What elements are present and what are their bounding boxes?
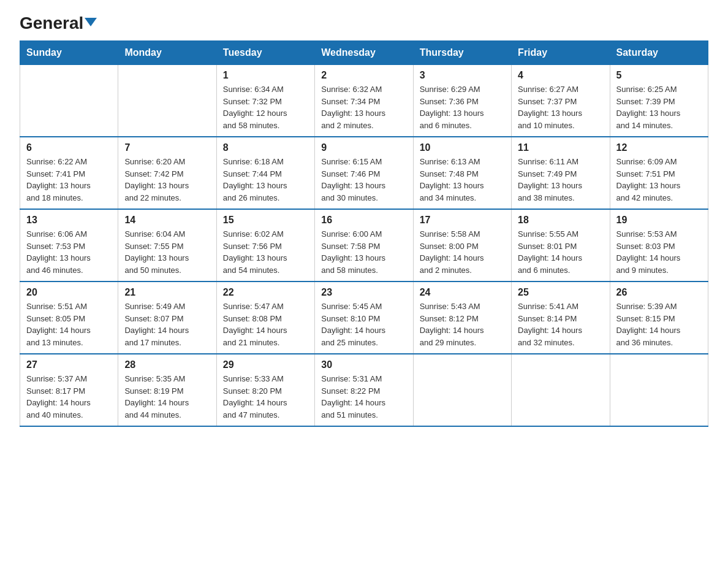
day-info: Sunrise: 5:58 AM Sunset: 8:00 PM Dayligh… [420, 228, 505, 276]
weekday-header-saturday: Saturday [610, 41, 708, 65]
day-number: 26 [616, 287, 702, 298]
calendar-cell: 5Sunrise: 6:25 AM Sunset: 7:39 PM Daylig… [610, 65, 708, 137]
day-info: Sunrise: 6:04 AM Sunset: 7:55 PM Dayligh… [124, 228, 210, 276]
calendar-cell: 8Sunrise: 6:18 AM Sunset: 7:44 PM Daylig… [216, 137, 314, 209]
day-info: Sunrise: 6:02 AM Sunset: 7:56 PM Dayligh… [223, 228, 308, 276]
day-info: Sunrise: 6:06 AM Sunset: 7:53 PM Dayligh… [26, 228, 112, 276]
weekday-header-monday: Monday [118, 41, 216, 65]
calendar-cell [512, 354, 610, 426]
day-number: 29 [223, 359, 308, 370]
weekday-header-wednesday: Wednesday [315, 41, 413, 65]
calendar-cell: 30Sunrise: 5:31 AM Sunset: 8:22 PM Dayli… [315, 354, 413, 426]
day-info: Sunrise: 5:53 AM Sunset: 8:03 PM Dayligh… [616, 228, 702, 276]
calendar-cell: 10Sunrise: 6:13 AM Sunset: 7:48 PM Dayli… [413, 137, 511, 209]
day-info: Sunrise: 5:49 AM Sunset: 8:07 PM Dayligh… [124, 301, 210, 348]
calendar-week-row: 6Sunrise: 6:22 AM Sunset: 7:41 PM Daylig… [20, 137, 708, 209]
weekday-header-friday: Friday [512, 41, 610, 65]
day-info: Sunrise: 6:34 AM Sunset: 7:32 PM Dayligh… [223, 83, 308, 131]
calendar-cell: 9Sunrise: 6:15 AM Sunset: 7:46 PM Daylig… [315, 137, 413, 209]
day-number: 15 [223, 215, 308, 226]
day-info: Sunrise: 6:18 AM Sunset: 7:44 PM Dayligh… [223, 156, 308, 204]
day-number: 27 [26, 359, 112, 370]
calendar-cell: 11Sunrise: 6:11 AM Sunset: 7:49 PM Dayli… [512, 137, 610, 209]
day-info: Sunrise: 6:32 AM Sunset: 7:34 PM Dayligh… [321, 83, 406, 131]
day-info: Sunrise: 6:25 AM Sunset: 7:39 PM Dayligh… [616, 83, 702, 131]
day-info: Sunrise: 5:47 AM Sunset: 8:08 PM Dayligh… [223, 301, 308, 348]
day-info: Sunrise: 5:37 AM Sunset: 8:17 PM Dayligh… [26, 373, 112, 421]
day-number: 22 [223, 287, 308, 298]
calendar-cell: 14Sunrise: 6:04 AM Sunset: 7:55 PM Dayli… [118, 209, 216, 282]
weekday-header-tuesday: Tuesday [216, 41, 314, 65]
calendar-cell: 23Sunrise: 5:45 AM Sunset: 8:10 PM Dayli… [315, 282, 413, 354]
calendar-cell: 27Sunrise: 5:37 AM Sunset: 8:17 PM Dayli… [20, 354, 118, 426]
day-info: Sunrise: 6:20 AM Sunset: 7:42 PM Dayligh… [124, 156, 210, 204]
day-info: Sunrise: 6:29 AM Sunset: 7:36 PM Dayligh… [420, 83, 505, 131]
day-number: 23 [321, 287, 406, 298]
calendar-cell: 6Sunrise: 6:22 AM Sunset: 7:41 PM Daylig… [20, 137, 118, 209]
day-number: 4 [518, 70, 603, 81]
day-info: Sunrise: 5:41 AM Sunset: 8:14 PM Dayligh… [518, 301, 603, 348]
calendar-cell: 19Sunrise: 5:53 AM Sunset: 8:03 PM Dayli… [610, 209, 708, 282]
day-number: 21 [124, 287, 210, 298]
day-number: 24 [420, 287, 505, 298]
day-info: Sunrise: 6:00 AM Sunset: 7:58 PM Dayligh… [321, 228, 406, 276]
calendar-cell: 4Sunrise: 6:27 AM Sunset: 7:37 PM Daylig… [512, 65, 610, 137]
day-info: Sunrise: 5:45 AM Sunset: 8:10 PM Dayligh… [321, 301, 406, 348]
calendar-cell: 20Sunrise: 5:51 AM Sunset: 8:05 PM Dayli… [20, 282, 118, 354]
calendar-cell: 12Sunrise: 6:09 AM Sunset: 7:51 PM Dayli… [610, 137, 708, 209]
day-number: 19 [616, 215, 702, 226]
calendar-cell: 13Sunrise: 6:06 AM Sunset: 7:53 PM Dayli… [20, 209, 118, 282]
day-number: 20 [26, 287, 112, 298]
logo-wordmark: General [20, 15, 97, 32]
day-info: Sunrise: 6:22 AM Sunset: 7:41 PM Dayligh… [26, 156, 112, 204]
calendar-cell: 15Sunrise: 6:02 AM Sunset: 7:56 PM Dayli… [216, 209, 314, 282]
day-info: Sunrise: 5:31 AM Sunset: 8:22 PM Dayligh… [321, 373, 406, 421]
day-info: Sunrise: 6:15 AM Sunset: 7:46 PM Dayligh… [321, 156, 406, 204]
day-number: 14 [124, 215, 210, 226]
calendar-cell: 21Sunrise: 5:49 AM Sunset: 8:07 PM Dayli… [118, 282, 216, 354]
calendar-cell: 18Sunrise: 5:55 AM Sunset: 8:01 PM Dayli… [512, 209, 610, 282]
day-number: 25 [518, 287, 603, 298]
day-number: 30 [321, 359, 406, 370]
calendar-week-row: 13Sunrise: 6:06 AM Sunset: 7:53 PM Dayli… [20, 209, 708, 282]
day-number: 28 [124, 359, 210, 370]
day-info: Sunrise: 6:13 AM Sunset: 7:48 PM Dayligh… [420, 156, 505, 204]
calendar-cell: 26Sunrise: 5:39 AM Sunset: 8:15 PM Dayli… [610, 282, 708, 354]
calendar-cell: 28Sunrise: 5:35 AM Sunset: 8:19 PM Dayli… [118, 354, 216, 426]
calendar-table: SundayMondayTuesdayWednesdayThursdayFrid… [20, 40, 708, 427]
calendar-week-row: 20Sunrise: 5:51 AM Sunset: 8:05 PM Dayli… [20, 282, 708, 354]
calendar-cell [610, 354, 708, 426]
day-number: 9 [321, 142, 406, 153]
weekday-header-sunday: Sunday [20, 41, 118, 65]
calendar-cell: 1Sunrise: 6:34 AM Sunset: 7:32 PM Daylig… [216, 65, 314, 137]
day-info: Sunrise: 5:55 AM Sunset: 8:01 PM Dayligh… [518, 228, 603, 276]
day-info: Sunrise: 5:43 AM Sunset: 8:12 PM Dayligh… [420, 301, 505, 348]
day-info: Sunrise: 6:09 AM Sunset: 7:51 PM Dayligh… [616, 156, 702, 204]
logo-triangle-icon [85, 18, 97, 26]
day-number: 12 [616, 142, 702, 153]
day-number: 3 [420, 70, 505, 81]
day-info: Sunrise: 5:39 AM Sunset: 8:15 PM Dayligh… [616, 301, 702, 348]
calendar-cell: 7Sunrise: 6:20 AM Sunset: 7:42 PM Daylig… [118, 137, 216, 209]
day-number: 18 [518, 215, 603, 226]
calendar-cell: 24Sunrise: 5:43 AM Sunset: 8:12 PM Dayli… [413, 282, 511, 354]
day-info: Sunrise: 5:51 AM Sunset: 8:05 PM Dayligh… [26, 301, 112, 348]
calendar-cell: 25Sunrise: 5:41 AM Sunset: 8:14 PM Dayli… [512, 282, 610, 354]
day-number: 7 [124, 142, 210, 153]
day-number: 16 [321, 215, 406, 226]
weekday-header-thursday: Thursday [413, 41, 511, 65]
calendar-cell: 16Sunrise: 6:00 AM Sunset: 7:58 PM Dayli… [315, 209, 413, 282]
calendar-cell: 29Sunrise: 5:33 AM Sunset: 8:20 PM Dayli… [216, 354, 314, 426]
day-number: 2 [321, 70, 406, 81]
day-info: Sunrise: 6:11 AM Sunset: 7:49 PM Dayligh… [518, 156, 603, 204]
calendar-header-row: SundayMondayTuesdayWednesdayThursdayFrid… [20, 41, 708, 65]
calendar-cell [20, 65, 118, 137]
calendar-cell [413, 354, 511, 426]
calendar-cell: 22Sunrise: 5:47 AM Sunset: 8:08 PM Dayli… [216, 282, 314, 354]
day-number: 11 [518, 142, 603, 153]
calendar-cell [118, 65, 216, 137]
calendar-cell: 2Sunrise: 6:32 AM Sunset: 7:34 PM Daylig… [315, 65, 413, 137]
day-info: Sunrise: 6:27 AM Sunset: 7:37 PM Dayligh… [518, 83, 603, 131]
calendar-week-row: 27Sunrise: 5:37 AM Sunset: 8:17 PM Dayli… [20, 354, 708, 426]
day-number: 17 [420, 215, 505, 226]
